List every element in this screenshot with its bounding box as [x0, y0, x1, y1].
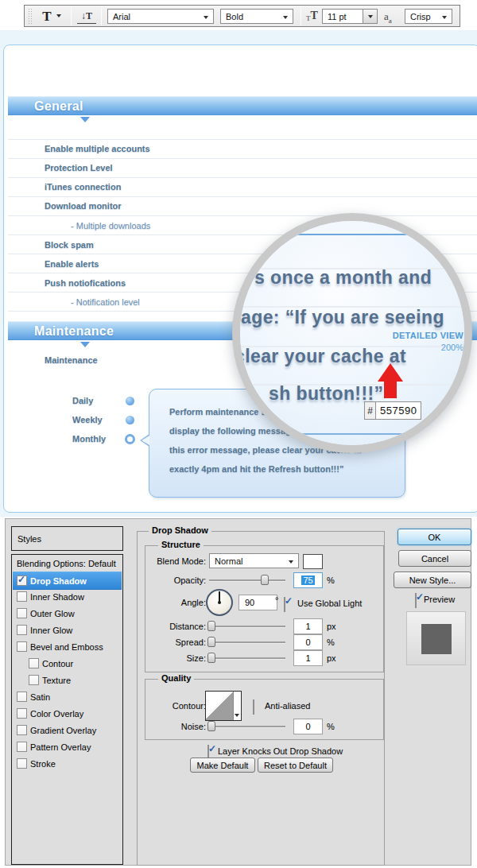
noise-field[interactable]: 0 [293, 719, 323, 734]
checkbox-unchecked[interactable] [29, 658, 39, 668]
style-item-blending-options[interactable]: Blending Options: Default [13, 555, 122, 572]
checkbox-unchecked[interactable] [17, 742, 27, 752]
checkbox-unchecked[interactable] [17, 641, 27, 652]
radio-daily[interactable] [126, 397, 134, 405]
style-item-pattern-overlay[interactable]: Pattern Overlay [13, 738, 122, 755]
section-title: General [34, 99, 83, 114]
checkbox-unchecked[interactable] [17, 708, 27, 719]
font-family-select[interactable]: Arial [107, 9, 214, 24]
size-field[interactable]: 1 [293, 650, 323, 666]
style-item-texture[interactable]: Texture [13, 672, 122, 688]
anti-alias-select[interactable]: Crisp [405, 9, 452, 24]
bubble-pointer-icon [142, 436, 149, 445]
tool-preset-arrow-icon[interactable] [56, 14, 61, 17]
settings-row: Push notiofications [45, 278, 126, 288]
checkbox-unchecked[interactable] [17, 725, 27, 735]
style-item-color-overlay[interactable]: Color Overlay [13, 705, 122, 722]
blend-mode-value: Normal [215, 556, 242, 566]
dropdown-arrow-icon [442, 16, 447, 19]
settings-row: Enable multiple accounts [45, 144, 150, 153]
type-tool-button[interactable]: T [39, 8, 55, 25]
check-icon: ✓ [17, 574, 25, 585]
anti-alias-value: Crisp [410, 12, 431, 21]
zoom-level-label: 200% [441, 343, 463, 352]
styles-panel-header[interactable]: Styles [11, 526, 123, 551]
opacity-value-selected: 75 [301, 575, 314, 585]
style-item-stroke[interactable]: Stroke [13, 755, 122, 772]
section-pointer-icon [80, 342, 90, 347]
style-item-bevel-emboss[interactable]: Bevel and Emboss [13, 638, 122, 655]
style-item-gradient-overlay[interactable]: Gradient Overlay [13, 722, 122, 738]
preview-shape [421, 624, 452, 654]
check-icon: ✓ [208, 743, 216, 754]
spread-slider-thumb[interactable] [207, 637, 215, 647]
cancel-button[interactable]: Cancel [398, 550, 471, 567]
style-item-outer-glow[interactable]: Outer Glow [13, 605, 122, 622]
checkbox-unchecked[interactable] [29, 675, 39, 685]
style-preview-swatch [406, 611, 466, 665]
distance-slider-thumb[interactable] [207, 621, 215, 631]
check-icon: ✓ [416, 591, 424, 603]
size-slider-track[interactable] [209, 657, 285, 660]
bubble-text: exactly 4pm and hit the Refresh button!!… [169, 464, 343, 474]
maintenance-row-label: Maintenance [45, 355, 98, 365]
style-item-drop-shadow[interactable]: ✓ Drop Shadow [13, 572, 122, 590]
noise-slider-track[interactable] [209, 726, 285, 728]
contour-thumbnail [206, 692, 234, 720]
distance-label: Distance: [130, 622, 206, 631]
red-arrow-icon [384, 381, 397, 398]
dropdown-arrow-icon [204, 16, 208, 19]
contour-picker[interactable] [205, 691, 242, 721]
style-item-contour[interactable]: Contour [13, 655, 122, 672]
new-style-button[interactable]: New Style... [394, 572, 471, 588]
style-item-inner-shadow[interactable]: Inner Shadow [13, 588, 122, 605]
checkbox-unchecked[interactable] [17, 692, 27, 702]
spread-slider-track[interactable] [209, 641, 285, 644]
spread-unit: % [327, 637, 335, 647]
opacity-label: Opacity: [130, 575, 206, 585]
noise-slider-thumb[interactable] [207, 721, 215, 731]
check-icon: ✓ [285, 595, 293, 606]
angle-dial[interactable] [206, 589, 233, 616]
checkbox-unchecked[interactable] [17, 591, 27, 602]
font-size-dropdown-button[interactable] [363, 9, 378, 24]
shadow-color-swatch[interactable] [303, 554, 323, 569]
opacity-slider-track[interactable] [209, 579, 285, 582]
spread-field[interactable]: 0 [293, 634, 323, 650]
settings-row: Enable alerts [45, 259, 99, 269]
toolbar-grip-handle[interactable] [28, 8, 32, 25]
size-slider-thumb[interactable] [207, 653, 215, 663]
radio-monthly-selected[interactable] [125, 434, 135, 444]
style-item-satin[interactable]: Satin [13, 688, 122, 705]
opacity-slider-thumb[interactable] [261, 575, 269, 585]
reset-to-default-button[interactable]: Reset to Default [258, 758, 333, 773]
hex-value-field[interactable]: 557590 [375, 402, 421, 419]
opacity-field[interactable]: 75 [293, 572, 323, 588]
font-style-select[interactable]: Bold [220, 9, 293, 24]
font-size-input[interactable]: 11 pt [322, 9, 363, 24]
magnified-text: age: “If you are seeing [241, 307, 444, 328]
use-global-light-checkbox[interactable]: ✓ [284, 597, 285, 612]
row-divider [8, 177, 477, 178]
checkbox-unchecked[interactable] [17, 625, 27, 635]
anti-aliased-checkbox[interactable] [253, 699, 254, 715]
font-size-icon: TT [306, 10, 318, 22]
section-pointer-icon [80, 117, 90, 122]
blend-mode-select[interactable]: Normal [209, 553, 299, 568]
section-title: Maintenance [34, 324, 114, 339]
radio-weekly[interactable] [126, 416, 134, 424]
angle-field[interactable]: 90 [238, 595, 277, 610]
ok-button[interactable]: OK [398, 529, 471, 545]
distance-field[interactable]: 1 [293, 618, 323, 634]
checkbox-unchecked[interactable] [17, 608, 27, 618]
quality-title: Quality [158, 673, 194, 683]
style-item-inner-glow[interactable]: Inner Glow [13, 622, 122, 638]
distance-unit: px [327, 622, 336, 631]
row-divider [8, 158, 477, 159]
make-default-button[interactable]: Make Default [190, 758, 255, 773]
checkbox-checked[interactable]: ✓ [17, 575, 27, 586]
distance-slider-track[interactable] [209, 626, 285, 628]
preview-checkbox[interactable]: ✓ [415, 593, 417, 608]
checkbox-unchecked[interactable] [17, 758, 27, 769]
text-orientation-icon[interactable]: ↓T [77, 9, 96, 24]
